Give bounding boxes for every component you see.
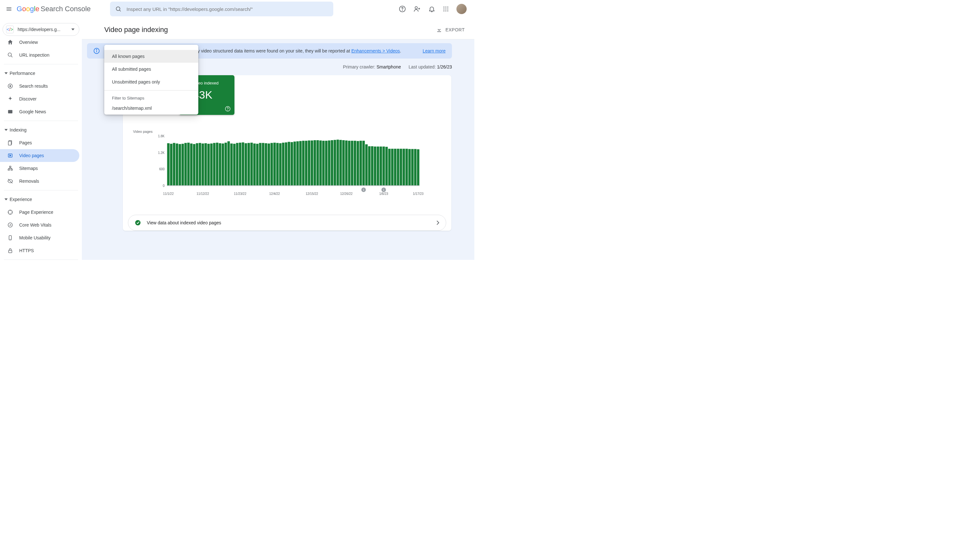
hamburger-menu-icon[interactable]: [5, 5, 13, 13]
svg-rect-160: [328, 140, 330, 186]
nav-search-results[interactable]: Search results: [0, 80, 80, 92]
dropdown-all-known[interactable]: All known pages: [104, 50, 198, 63]
svg-rect-192: [374, 147, 377, 186]
svg-rect-150: [313, 140, 316, 186]
svg-rect-197: [380, 185, 382, 186]
svg-text:1: 1: [383, 188, 385, 191]
svg-point-9: [447, 6, 448, 7]
svg-rect-36: [9, 250, 12, 253]
bar-chart: 06001.2K1.8K11/1/2211/12/2211/23/2212/4/…: [128, 135, 446, 199]
svg-rect-71: [199, 185, 201, 186]
svg-rect-52: [173, 143, 175, 186]
svg-rect-205: [391, 185, 394, 186]
svg-rect-82: [216, 143, 218, 186]
apps-grid-icon[interactable]: [443, 6, 449, 12]
chevron-down-icon: [71, 29, 75, 30]
nav-https[interactable]: HTTPS: [0, 244, 80, 257]
chevron-right-icon: [436, 220, 439, 225]
svg-rect-87: [222, 185, 224, 186]
svg-rect-118: [268, 143, 270, 186]
svg-text:1.8K: 1.8K: [158, 135, 165, 138]
add-user-icon[interactable]: [414, 5, 421, 13]
svg-point-4: [415, 7, 417, 9]
svg-rect-157: [322, 185, 325, 186]
nav-google-news[interactable]: Google News: [0, 105, 80, 118]
page-filter-dropdown[interactable]: All known pages All submitted pages Unsu…: [104, 45, 198, 115]
svg-rect-206: [394, 149, 397, 186]
svg-rect-132: [288, 142, 290, 186]
svg-rect-213: [402, 185, 405, 186]
user-avatar[interactable]: [457, 4, 467, 14]
nav-sitemaps[interactable]: Sitemaps: [0, 162, 80, 175]
svg-rect-151: [313, 185, 316, 186]
svg-text:12/4/22: 12/4/22: [269, 192, 280, 196]
help-icon[interactable]: [399, 5, 406, 13]
svg-rect-113: [259, 185, 262, 186]
svg-line-33: [10, 224, 11, 225]
svg-rect-64: [190, 143, 192, 186]
svg-rect-139: [296, 185, 299, 186]
search-input[interactable]: [127, 6, 328, 12]
help-icon[interactable]: [225, 106, 231, 112]
svg-point-8: [445, 6, 446, 7]
dropdown-all-submitted[interactable]: All submitted pages: [104, 63, 198, 75]
svg-rect-60: [184, 143, 187, 186]
svg-rect-195: [377, 185, 379, 186]
svg-rect-110: [256, 144, 259, 186]
svg-rect-155: [319, 185, 322, 186]
nav-section-experience[interactable]: Experience: [0, 193, 82, 206]
learn-more-link[interactable]: Learn more: [423, 48, 445, 53]
svg-rect-133: [288, 185, 290, 186]
svg-rect-161: [328, 185, 330, 186]
svg-rect-158: [325, 141, 328, 186]
svg-rect-97: [236, 185, 239, 186]
nav-section-indexing[interactable]: Indexing: [0, 124, 82, 136]
svg-rect-202: [388, 149, 391, 186]
svg-rect-78: [210, 143, 213, 186]
nav-overview[interactable]: Overview: [0, 36, 80, 49]
svg-rect-66: [193, 144, 196, 186]
svg-rect-186: [365, 144, 368, 186]
chart-title: Video pages: [133, 130, 446, 134]
view-indexed-pages-row[interactable]: View data about indexed video pages: [128, 215, 446, 231]
svg-rect-178: [354, 141, 356, 186]
notifications-icon[interactable]: [428, 5, 435, 13]
svg-rect-201: [385, 185, 388, 186]
svg-rect-136: [294, 142, 296, 186]
svg-rect-193: [374, 185, 377, 186]
nav-section-performance[interactable]: Performance: [0, 67, 82, 80]
nav-video-pages[interactable]: Video pages: [0, 149, 80, 162]
svg-rect-106: [250, 143, 253, 186]
svg-rect-53: [173, 185, 175, 186]
property-selector[interactable]: </> https://developers.g...: [3, 23, 80, 36]
dropdown-unsubmitted-only[interactable]: Unsubmitted pages only: [104, 75, 198, 88]
svg-text:600: 600: [159, 167, 165, 171]
svg-rect-184: [363, 141, 365, 186]
dropdown-sitemap-item[interactable]: /search/sitemap.xml: [104, 102, 198, 115]
enhancements-link[interactable]: Enhancements > Videos: [351, 48, 400, 53]
svg-rect-65: [190, 185, 192, 186]
nav-core-web-vitals[interactable]: Core Web Vitals: [0, 218, 80, 231]
nav-discover[interactable]: Discover: [0, 92, 80, 105]
svg-point-12: [447, 8, 448, 9]
svg-point-7: [443, 6, 444, 7]
svg-rect-146: [308, 140, 310, 186]
svg-rect-163: [331, 185, 333, 186]
svg-rect-135: [291, 185, 293, 186]
svg-rect-173: [345, 185, 348, 186]
export-button[interactable]: EXPORT: [436, 27, 465, 33]
svg-rect-94: [233, 144, 236, 186]
nav-url-inspection[interactable]: URL inspection: [0, 49, 80, 61]
nav-removals[interactable]: Removals: [0, 175, 80, 188]
svg-rect-76: [207, 144, 210, 186]
url-inspect-search[interactable]: [110, 2, 333, 16]
svg-rect-221: [414, 185, 417, 186]
nav-page-experience[interactable]: Page Experience: [0, 206, 80, 218]
svg-rect-83: [216, 185, 218, 186]
svg-rect-19: [8, 110, 13, 114]
svg-rect-99: [239, 185, 242, 186]
svg-rect-144: [305, 141, 307, 186]
nav-mobile-usability[interactable]: Mobile Usability: [0, 231, 80, 244]
nav-pages[interactable]: Pages: [0, 136, 80, 149]
svg-rect-63: [187, 185, 190, 186]
